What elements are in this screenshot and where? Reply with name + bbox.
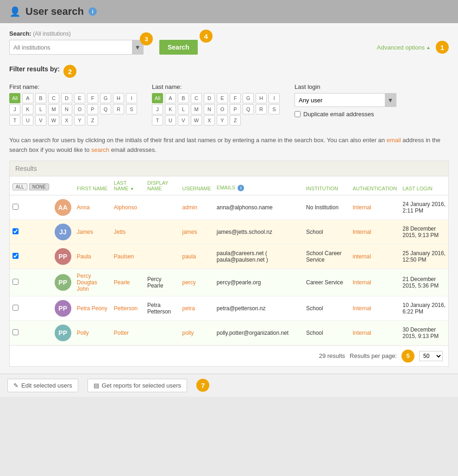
ln-h[interactable]: H (256, 93, 267, 103)
fn-t[interactable]: T (9, 115, 20, 125)
username-link[interactable]: polly (182, 330, 194, 336)
fn-p[interactable]: P (87, 104, 98, 114)
emails-info-icon[interactable]: i (238, 185, 244, 191)
row-checkbox[interactable] (13, 253, 19, 259)
ln-o[interactable]: O (217, 104, 228, 114)
last-name-link[interactable]: Jetts (114, 229, 125, 235)
fn-o[interactable]: O (74, 104, 85, 114)
last-name-link[interactable]: Petterson (114, 305, 138, 312)
fn-y[interactable]: Y (74, 115, 85, 125)
edit-selected-button[interactable]: ✎ Edit selected users (7, 379, 78, 392)
fn-u[interactable]: U (22, 115, 33, 125)
last-name-cell: Petterson (111, 296, 144, 320)
ln-s[interactable]: S (269, 104, 280, 114)
first-name-link[interactable]: Polly (77, 330, 89, 336)
last-name-link[interactable]: Alphonso (114, 204, 137, 211)
fn-i[interactable]: I (126, 93, 137, 103)
row-checkbox[interactable] (13, 305, 19, 311)
last-name-all-btn[interactable]: All (152, 93, 163, 103)
last-name-link[interactable]: Paulsen (114, 253, 134, 260)
last-name-link[interactable]: Pearle (114, 279, 130, 286)
ln-c[interactable]: C (191, 93, 202, 103)
fn-q[interactable]: Q (100, 104, 111, 114)
ln-l[interactable]: L (178, 104, 189, 114)
ln-j[interactable]: J (152, 104, 163, 114)
duplicate-email-checkbox[interactable] (295, 111, 301, 117)
fn-x[interactable]: X (61, 115, 72, 125)
username-link[interactable]: paula (182, 253, 195, 260)
badge-5: 5 (402, 350, 414, 363)
search-link[interactable]: search (91, 146, 109, 153)
select-none-button[interactable]: NONE (29, 183, 49, 190)
fn-a[interactable]: A (22, 93, 33, 103)
ln-k[interactable]: K (165, 104, 176, 114)
ln-w[interactable]: W (191, 115, 202, 125)
ln-a[interactable]: A (165, 93, 176, 103)
row-checkbox[interactable] (13, 204, 19, 210)
info-icon[interactable]: i (88, 7, 97, 16)
last-login-col-header: LAST LOGIN (400, 176, 448, 195)
row-checkbox[interactable] (13, 329, 19, 335)
institution-cell: School (303, 296, 350, 320)
first-name-link[interactable]: Percy Douglas John (77, 273, 97, 292)
ln-u[interactable]: U (165, 115, 176, 125)
search-button[interactable]: Search (159, 40, 198, 55)
ln-n[interactable]: N (204, 104, 215, 114)
last-name-link[interactable]: Potter (114, 330, 129, 336)
fn-v[interactable]: V (35, 115, 46, 125)
ln-m[interactable]: M (191, 104, 202, 114)
first-name-link[interactable]: Petra Peony (77, 305, 107, 312)
last-name-col-header[interactable]: LAST NAME ▼ (111, 176, 144, 195)
advanced-options-link[interactable]: Advanced options ▲ 1 (377, 41, 449, 54)
first-name-all-btn[interactable]: All (9, 93, 20, 103)
institution-input[interactable] (10, 44, 132, 51)
first-name-link[interactable]: Paula (77, 253, 91, 260)
fn-e[interactable]: E (74, 93, 85, 103)
fn-m[interactable]: M (48, 104, 59, 114)
row-checkbox[interactable] (13, 279, 19, 285)
ln-f[interactable]: F (230, 93, 241, 103)
ln-d[interactable]: D (204, 93, 215, 103)
ln-e[interactable]: E (217, 93, 228, 103)
username-link[interactable]: petra (182, 305, 194, 312)
first-name-link[interactable]: Anna (77, 204, 90, 211)
ln-g[interactable]: G (243, 93, 254, 103)
fn-b[interactable]: B (35, 93, 46, 103)
ln-t[interactable]: T (152, 115, 163, 125)
first-name-col-header[interactable]: FIRST NAME (74, 176, 111, 195)
ln-i[interactable]: I (269, 93, 280, 103)
first-name-link[interactable]: James (77, 229, 93, 235)
fn-z[interactable]: Z (87, 115, 98, 125)
fn-d[interactable]: D (61, 93, 72, 103)
get-reports-button[interactable]: ▤ Get reports for selected users (88, 379, 187, 392)
ln-p[interactable]: P (230, 104, 241, 114)
per-page-select[interactable]: 50 10 25 100 (419, 351, 443, 361)
row-checkbox[interactable] (13, 228, 19, 234)
fn-n[interactable]: N (61, 104, 72, 114)
fn-c[interactable]: C (48, 93, 59, 103)
ln-v[interactable]: V (178, 115, 189, 125)
authentication-cell: Internal (350, 269, 400, 296)
ln-y[interactable]: Y (217, 115, 228, 125)
last-login-select[interactable]: Any user Last 7 days Last 30 days Last 6… (295, 97, 385, 104)
fn-s[interactable]: S (126, 104, 137, 114)
ln-r[interactable]: R (256, 104, 267, 114)
fn-h[interactable]: H (113, 93, 124, 103)
ln-z[interactable]: Z (230, 115, 241, 125)
username-link[interactable]: james (182, 229, 197, 235)
fn-w[interactable]: W (48, 115, 59, 125)
select-all-button[interactable]: ALL (13, 183, 27, 190)
fn-k[interactable]: K (22, 104, 33, 114)
ln-x[interactable]: X (204, 115, 215, 125)
fn-l[interactable]: L (35, 104, 46, 114)
ln-b[interactable]: B (178, 93, 189, 103)
row-checkbox-cell (10, 320, 52, 345)
fn-j[interactable]: J (9, 104, 20, 114)
email-link[interactable]: email (387, 137, 401, 144)
ln-q[interactable]: Q (243, 104, 254, 114)
fn-g[interactable]: G (100, 93, 111, 103)
username-link[interactable]: admin (182, 204, 197, 211)
fn-f[interactable]: F (87, 93, 98, 103)
username-link[interactable]: percy (182, 279, 195, 286)
fn-r[interactable]: R (113, 104, 124, 114)
